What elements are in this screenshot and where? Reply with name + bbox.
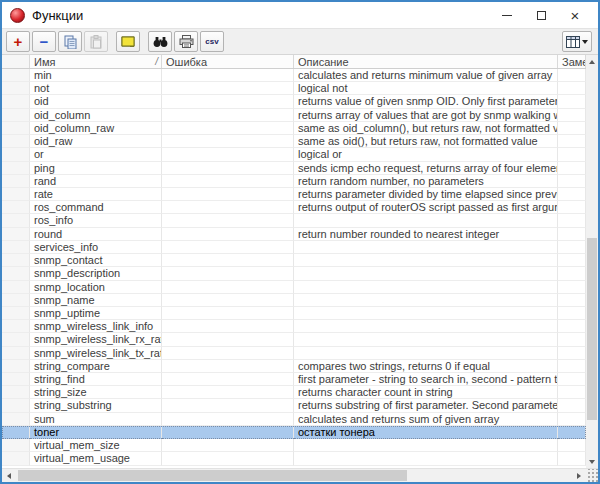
- cell-notes[interactable]: [558, 320, 586, 333]
- table-row[interactable]: oid_column_raw same as oid_column(), but…: [2, 122, 586, 135]
- cell-error[interactable]: [162, 386, 294, 399]
- cell-notes[interactable]: [558, 439, 586, 452]
- cell-error[interactable]: [162, 135, 294, 148]
- table-row[interactable]: services_info: [2, 241, 586, 254]
- cell-notes[interactable]: [558, 426, 586, 439]
- cell-description[interactable]: compares two strings, returns 0 if equal: [294, 360, 558, 373]
- table-row[interactable]: virtual_mem_usage: [2, 452, 586, 465]
- cell-description[interactable]: [294, 294, 558, 307]
- cell-description[interactable]: [294, 452, 558, 465]
- cell-error[interactable]: [162, 399, 294, 412]
- row-selector-cell[interactable]: [2, 452, 30, 465]
- cell-error[interactable]: [162, 413, 294, 426]
- cell-name[interactable]: oid_column: [30, 109, 162, 122]
- cell-name[interactable]: string_size: [30, 386, 162, 399]
- table-row[interactable]: snmp_contact: [2, 254, 586, 267]
- cell-notes[interactable]: [558, 294, 586, 307]
- csv-export-button[interactable]: csv: [200, 31, 224, 52]
- cell-error[interactable]: [162, 148, 294, 161]
- cell-description[interactable]: [294, 320, 558, 333]
- cell-error[interactable]: [162, 254, 294, 267]
- cell-notes[interactable]: [558, 307, 586, 320]
- cell-description[interactable]: return random number, no parameters: [294, 175, 558, 188]
- row-selector-cell[interactable]: [2, 386, 30, 399]
- row-selector-cell[interactable]: [2, 214, 30, 227]
- row-selector-cell[interactable]: [2, 360, 30, 373]
- vertical-scrollbar[interactable]: [586, 55, 598, 468]
- row-selector-cell[interactable]: [2, 241, 30, 254]
- table-row[interactable]: snmp_uptime: [2, 307, 586, 320]
- cell-name[interactable]: snmp_wireless_link_tx_rate: [30, 347, 162, 360]
- table-row[interactable]: round return number rounded to nearest i…: [2, 228, 586, 241]
- table-row[interactable]: virtual_mem_size: [2, 439, 586, 452]
- cell-notes[interactable]: [558, 360, 586, 373]
- table-row[interactable]: sum calculates and returns sum of given …: [2, 413, 586, 426]
- table-row[interactable]: or logical or: [2, 148, 586, 161]
- copy-button[interactable]: [58, 31, 82, 52]
- row-selector-cell[interactable]: [2, 162, 30, 175]
- table-row[interactable]: snmp_name: [2, 294, 586, 307]
- row-selector-cell[interactable]: [2, 69, 30, 82]
- cell-notes[interactable]: [558, 399, 586, 412]
- table-row[interactable]: oid returns value of given snmp OID. Onl…: [2, 95, 586, 108]
- cell-notes[interactable]: [558, 109, 586, 122]
- cell-description[interactable]: returns parameter divided by time elapse…: [294, 188, 558, 201]
- table-row[interactable]: snmp_description: [2, 267, 586, 280]
- table-row[interactable]: toner остатки тонера: [2, 426, 586, 439]
- maximize-button[interactable]: [524, 2, 558, 28]
- cell-error[interactable]: [162, 69, 294, 82]
- cell-notes[interactable]: [558, 254, 586, 267]
- cell-description[interactable]: [294, 254, 558, 267]
- row-selector-cell[interactable]: [2, 413, 30, 426]
- row-selector-cell[interactable]: [2, 281, 30, 294]
- row-selector-cell[interactable]: [2, 82, 30, 95]
- table-row[interactable]: string_find first parameter - string to …: [2, 373, 586, 386]
- cell-name[interactable]: snmp_name: [30, 294, 162, 307]
- cell-error[interactable]: [162, 267, 294, 280]
- cell-description[interactable]: returns output of routerOS script passed…: [294, 201, 558, 214]
- table-row[interactable]: oid_column returns array of values that …: [2, 109, 586, 122]
- header-description[interactable]: Описание: [294, 55, 558, 68]
- cell-error[interactable]: [162, 360, 294, 373]
- cell-error[interactable]: [162, 175, 294, 188]
- cell-notes[interactable]: [558, 214, 586, 227]
- remove-button[interactable]: −: [32, 31, 56, 52]
- cell-error[interactable]: [162, 228, 294, 241]
- cell-description[interactable]: [294, 439, 558, 452]
- cell-error[interactable]: [162, 373, 294, 386]
- cell-notes[interactable]: [558, 82, 586, 95]
- cell-name[interactable]: rate: [30, 188, 162, 201]
- row-selector-cell[interactable]: [2, 399, 30, 412]
- cell-notes[interactable]: [558, 241, 586, 254]
- cell-name[interactable]: snmp_contact: [30, 254, 162, 267]
- row-selector-cell[interactable]: [2, 426, 30, 439]
- row-selector-cell[interactable]: [2, 228, 30, 241]
- scroll-left-button[interactable]: [2, 469, 16, 482]
- cell-description[interactable]: first parameter - string to search in, s…: [294, 373, 558, 386]
- header-error[interactable]: Ошибка: [162, 55, 294, 68]
- cell-name[interactable]: oid_raw: [30, 135, 162, 148]
- cell-error[interactable]: [162, 201, 294, 214]
- row-selector-cell[interactable]: [2, 122, 30, 135]
- cell-error[interactable]: [162, 333, 294, 346]
- cell-name[interactable]: string_find: [30, 373, 162, 386]
- cell-description[interactable]: [294, 267, 558, 280]
- cell-description[interactable]: [294, 333, 558, 346]
- cell-name[interactable]: snmp_wireless_link_rx_rate: [30, 333, 162, 346]
- table-row[interactable]: string_substring returns substring of fi…: [2, 399, 586, 412]
- cell-error[interactable]: [162, 426, 294, 439]
- cell-description[interactable]: [294, 214, 558, 227]
- cell-name[interactable]: oid_column_raw: [30, 122, 162, 135]
- row-selector-cell[interactable]: [2, 254, 30, 267]
- table-row[interactable]: oid_raw same as oid(), but returs raw, n…: [2, 135, 586, 148]
- minimize-button[interactable]: [490, 2, 524, 28]
- cell-name[interactable]: string_compare: [30, 360, 162, 373]
- table-row[interactable]: ping sends icmp echo request, returns ar…: [2, 162, 586, 175]
- scroll-up-button[interactable]: [586, 55, 598, 68]
- paste-button[interactable]: [84, 31, 108, 52]
- cell-name[interactable]: snmp_wireless_link_info: [30, 320, 162, 333]
- table-row[interactable]: ros_command returns output of routerOS s…: [2, 201, 586, 214]
- cell-notes[interactable]: [558, 413, 586, 426]
- cell-description[interactable]: returns value of given snmp OID. Only fi…: [294, 95, 558, 108]
- table-row[interactable]: min calculates and returns minimum value…: [2, 69, 586, 82]
